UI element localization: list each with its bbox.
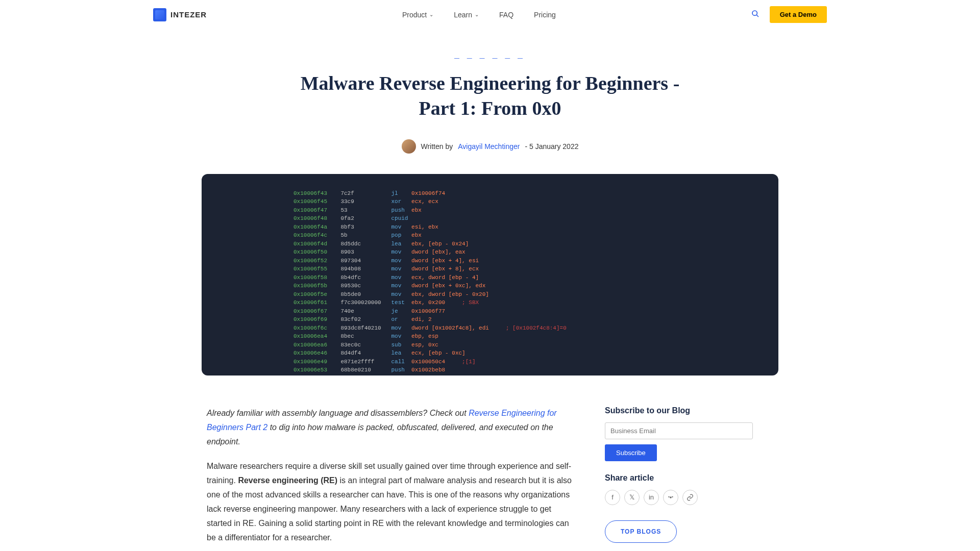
site-header: INTEZER Product ⌄ Learn ⌄ FAQ Pricing Ge…: [0, 0, 980, 30]
hero-code-image: 0x10006f43 7c2f jl 0x10006f74 0x10006f45…: [202, 174, 778, 375]
brand-logo[interactable]: INTEZER: [153, 8, 207, 21]
primary-nav: Product ⌄ Learn ⌄ FAQ Pricing: [402, 11, 556, 19]
byline: Written by Avigayil Mechtinger - 5 Janua…: [0, 139, 980, 154]
title-divider: — — — — — —: [0, 55, 980, 61]
brand-name: INTEZER: [170, 10, 207, 19]
nav-pricing-label: Pricing: [534, 11, 556, 19]
svg-point-2: [670, 496, 672, 498]
sidebar: Subscribe to our Blog Subscribe Share ar…: [605, 406, 753, 551]
top-blogs-button[interactable]: TOP BLOGS: [605, 520, 677, 543]
written-by-prefix: Written by: [421, 142, 453, 151]
svg-point-3: [668, 496, 669, 497]
nav-faq[interactable]: FAQ: [499, 11, 513, 19]
paragraph-2: Malware researchers require a diverse sk…: [207, 459, 574, 545]
logo-icon: [153, 8, 166, 21]
header-actions: Get a Demo: [751, 6, 827, 23]
p2-strong: Reverse engineering (RE): [238, 476, 337, 485]
linkedin-icon[interactable]: in: [644, 490, 659, 505]
author-link[interactable]: Avigayil Mechtinger: [458, 142, 520, 151]
p2-b: is an integral part of malware analysis …: [207, 476, 572, 542]
subscribe-button[interactable]: Subscribe: [605, 444, 657, 461]
nav-faq-label: FAQ: [499, 11, 513, 19]
get-demo-button[interactable]: Get a Demo: [770, 6, 827, 23]
email-field[interactable]: [605, 422, 753, 439]
nav-learn[interactable]: Learn ⌄: [454, 11, 479, 19]
content-wrap: Already familiar with assembly language …: [202, 406, 778, 551]
search-icon[interactable]: [751, 10, 760, 20]
nav-product-label: Product: [402, 11, 427, 19]
share-row: f 𝕏 in: [605, 490, 753, 505]
intro-prefix: Already familiar with assembly language …: [207, 409, 469, 417]
intro-paragraph: Already familiar with assembly language …: [207, 406, 574, 449]
chevron-down-icon: ⌄: [429, 12, 433, 17]
reddit-icon[interactable]: [663, 490, 678, 505]
article-date: - 5 January 2022: [525, 142, 578, 151]
svg-point-4: [672, 496, 673, 497]
subscribe-heading: Subscribe to our Blog: [605, 406, 753, 415]
nav-learn-label: Learn: [454, 11, 472, 19]
nav-product[interactable]: Product ⌄: [402, 11, 433, 19]
share-heading: Share article: [605, 473, 753, 483]
svg-line-1: [756, 15, 758, 17]
copy-link-icon[interactable]: [682, 490, 698, 505]
svg-point-0: [752, 11, 757, 15]
facebook-icon[interactable]: f: [605, 490, 620, 505]
twitter-x-icon[interactable]: 𝕏: [624, 490, 640, 505]
article-body: Already familiar with assembly language …: [207, 406, 574, 551]
author-avatar: [402, 139, 416, 154]
article-title: Malware Reverse Engineering for Beginner…: [296, 71, 684, 121]
nav-pricing[interactable]: Pricing: [534, 11, 556, 19]
chevron-down-icon: ⌄: [475, 12, 479, 17]
disassembly-code: 0x10006f43 7c2f jl 0x10006f74 0x10006f45…: [293, 189, 687, 375]
